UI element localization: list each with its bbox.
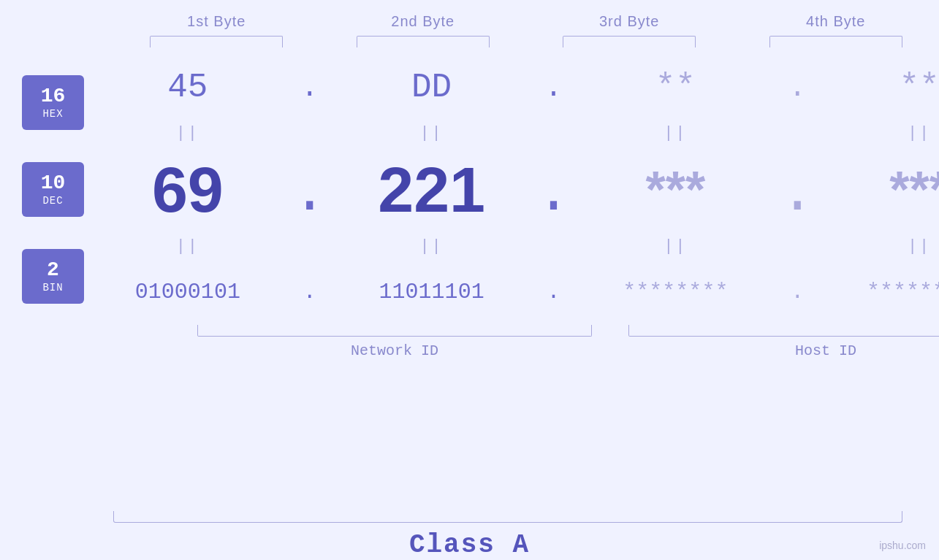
byte-2-header: 2nd Byte <box>320 13 527 30</box>
dec-cell-3: *** <box>572 161 780 219</box>
class-label-row: Class A <box>409 530 530 560</box>
dec-cell-1: 69 <box>84 153 292 227</box>
host-bracket <box>628 325 939 337</box>
bin-cell-3: ******** <box>572 280 780 304</box>
bin-dot-1: . <box>292 280 328 304</box>
bin-value-3: ******** <box>623 280 728 304</box>
dec-value-2: 221 <box>378 153 485 227</box>
hex-dot-3: . <box>779 72 816 104</box>
hex-badge: 16 HEX <box>22 75 84 130</box>
bin-value-2: 11011101 <box>379 280 484 304</box>
dec-value-4: *** <box>889 161 939 219</box>
dec-base-label: DEC <box>42 195 63 207</box>
bracket-line-2 <box>357 36 490 47</box>
bin-value-1: 01000101 <box>135 280 240 304</box>
values-grid: 45 . DD . ** . ** || || <box>84 55 939 359</box>
equals-2-3: || <box>572 237 780 256</box>
labels-column: 16 HEX 10 DEC 2 BIN <box>22 55 84 304</box>
bracket-line-3 <box>563 36 696 47</box>
byte-4-header: 4th Byte <box>733 13 940 30</box>
bracket-cell-3 <box>526 36 733 47</box>
hex-cell-4: ** <box>816 69 939 107</box>
byte-headers-row: 1st Byte 2nd Byte 3rd Byte 4th Byte <box>0 0 939 30</box>
bin-cell-1: 01000101 <box>84 280 292 304</box>
equals-2-1: || <box>84 237 292 256</box>
bin-cell-4: ******** <box>816 280 939 304</box>
bracket-cell-1 <box>113 36 320 47</box>
bin-badge: 2 BIN <box>22 249 84 304</box>
dec-dot-1: . <box>292 161 328 227</box>
bracket-gap-2 <box>592 342 628 359</box>
bracket-gap <box>592 325 628 337</box>
bin-base-label: BIN <box>42 282 63 294</box>
equals-2-2: || <box>328 237 536 256</box>
bottom-brackets-row <box>197 325 939 337</box>
byte-1-header: 1st Byte <box>113 13 320 30</box>
dec-values-row: 69 . 221 . *** . *** <box>84 146 939 234</box>
class-bracket-row <box>0 511 939 523</box>
hex-value-1: 45 <box>167 69 208 107</box>
equals-row-2: || || || || <box>84 234 939 259</box>
bin-values-row: 01000101 . 11011101 . ******** . *******… <box>84 259 939 325</box>
hex-cell-1: 45 <box>84 69 292 107</box>
dec-dot-3: . <box>779 161 816 227</box>
hex-base-number: 16 <box>41 85 66 108</box>
hex-cell-2: DD <box>328 69 536 107</box>
dec-cell-2: 221 <box>328 153 536 227</box>
bracket-cell-2 <box>320 36 527 47</box>
network-id-label: Network ID <box>197 342 592 359</box>
hex-dot-1: . <box>292 72 328 104</box>
bin-base-number: 2 <box>47 259 59 282</box>
equals-1-2: || <box>328 124 536 142</box>
byte-3-header: 3rd Byte <box>526 13 733 30</box>
equals-row-1: || || || || <box>84 120 939 146</box>
bracket-line-4 <box>769 36 902 47</box>
bin-dot-3: . <box>779 280 816 304</box>
dec-dot-2: . <box>536 161 572 227</box>
equals-1-1: || <box>84 124 292 142</box>
hex-value-3: ** <box>655 69 696 107</box>
class-bracket-line <box>113 511 902 523</box>
bin-dot-2: . <box>536 280 572 304</box>
hex-value-4: ** <box>900 69 939 107</box>
watermark: ipshu.com <box>879 540 926 551</box>
main-container: 1st Byte 2nd Byte 3rd Byte 4th Byte 16 H… <box>0 0 939 560</box>
bracket-line-1 <box>150 36 283 47</box>
content-area: 16 HEX 10 DEC 2 BIN 45 . DD <box>0 55 939 495</box>
dec-base-number: 10 <box>41 172 66 195</box>
id-labels-row: Network ID Host ID <box>197 342 939 359</box>
network-bracket <box>197 325 592 337</box>
dec-value-3: *** <box>646 161 706 219</box>
hex-cell-3: ** <box>572 69 780 107</box>
dec-badge: 10 DEC <box>22 162 84 217</box>
dec-cell-4: *** <box>816 161 939 219</box>
top-brackets-row <box>0 36 939 47</box>
hex-dot-2: . <box>536 72 572 104</box>
bin-value-4: ******** <box>867 280 939 304</box>
equals-1-4: || <box>816 124 939 142</box>
bin-cell-2: 11011101 <box>328 280 536 304</box>
dec-value-1: 69 <box>152 153 224 227</box>
hex-values-row: 45 . DD . ** . ** <box>84 55 939 120</box>
class-a-label: Class A <box>409 530 530 560</box>
equals-1-3: || <box>572 124 780 142</box>
bottom-brackets-area: Network ID Host ID <box>84 325 939 359</box>
host-id-label: Host ID <box>628 342 939 359</box>
hex-value-2: DD <box>411 69 452 107</box>
bracket-cell-4 <box>733 36 940 47</box>
equals-2-4: || <box>816 237 939 256</box>
hex-base-label: HEX <box>42 108 63 120</box>
